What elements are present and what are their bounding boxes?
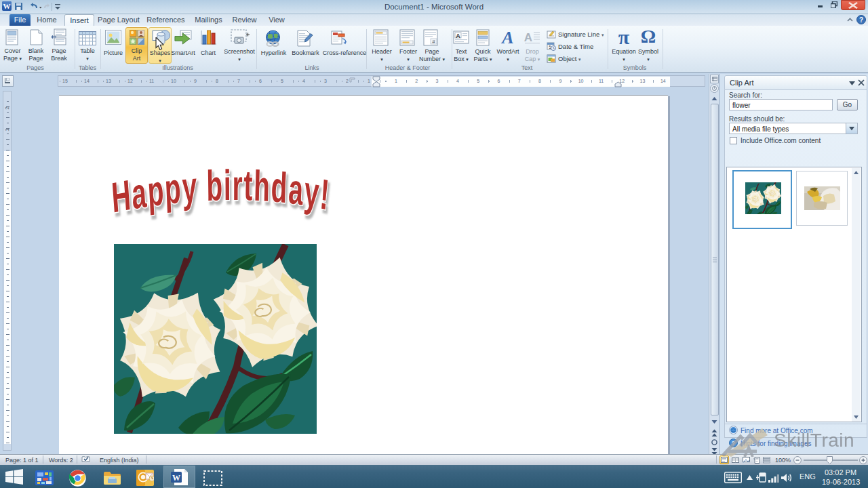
svg-text:A: A <box>500 29 513 46</box>
svg-text:A: A <box>456 33 460 39</box>
svg-text:W: W <box>3 2 11 10</box>
svg-text:Happy birthday!: Happy birthday! <box>110 161 332 222</box>
svg-text:A: A <box>524 31 532 44</box>
svg-text:#: # <box>432 39 435 45</box>
svg-text:W: W <box>172 473 180 483</box>
svg-text:?: ? <box>859 16 863 24</box>
